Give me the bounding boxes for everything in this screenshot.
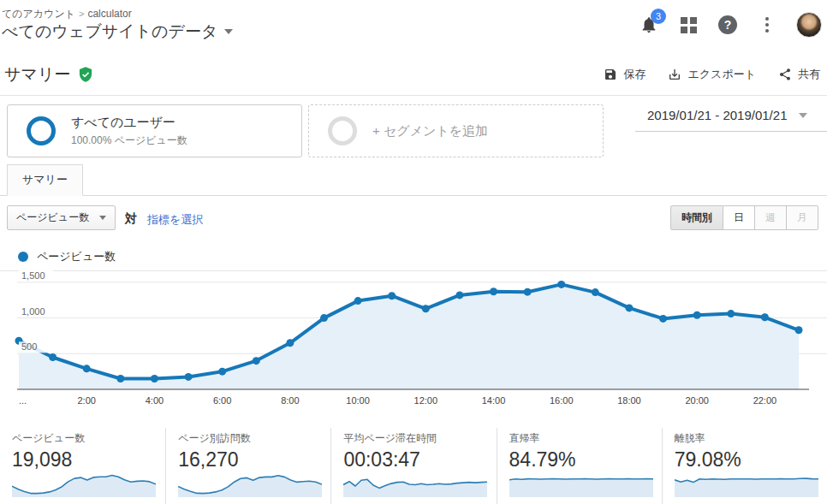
breadcrumb-account[interactable]: てのアカウント (2, 8, 75, 20)
segments-section: すべてのユーザー 100.00% ページビュー数 + セグメントを追加 2019… (0, 96, 827, 168)
svg-text:...: ... (19, 395, 27, 406)
segment-title: すべてのユーザー (71, 115, 187, 131)
sparkline-chart (675, 473, 818, 499)
svg-text:20:00: 20:00 (685, 395, 709, 406)
metric-card-bounce-rate[interactable]: 直帰率 84.79% (497, 428, 662, 504)
sparkline-chart (12, 473, 156, 499)
chevron-down-icon (799, 113, 807, 118)
metric-title: ページ別訪問数 (178, 431, 330, 446)
svg-text:8:00: 8:00 (281, 395, 299, 406)
metric-title: 離脱率 (675, 431, 827, 446)
tab-summary[interactable]: サマリー (7, 164, 83, 196)
metric-card-unique-pageviews[interactable]: ページ別訪問数 16,270 (165, 428, 330, 504)
metric-value: 00:03:47 (343, 448, 496, 471)
svg-text:2:00: 2:00 (78, 395, 96, 406)
metric-card-exit-rate[interactable]: 離脱率 79.08% (662, 428, 827, 504)
granularity-month-button[interactable]: 月 (787, 205, 818, 230)
property-selector[interactable]: べてのウェブサイトのデータ (2, 21, 233, 43)
more-menu-button[interactable] (757, 15, 777, 35)
metric-value: 19,098 (12, 448, 165, 471)
breadcrumb-property[interactable]: calculator (87, 8, 131, 20)
granularity-hourly-button[interactable]: 時間別 (670, 205, 723, 230)
svg-text:1,500: 1,500 (21, 270, 45, 281)
top-header: てのアカウント>calculator べてのウェブサイトのデータ 3 ? (0, 0, 827, 49)
avatar[interactable] (796, 12, 822, 38)
svg-text:500: 500 (21, 341, 37, 352)
series-dot-icon (18, 252, 28, 262)
segment-ring-icon (27, 116, 56, 145)
svg-text:6:00: 6:00 (213, 395, 231, 406)
save-icon (604, 68, 617, 81)
vs-label: 対 (125, 211, 137, 227)
breadcrumb-separator: > (79, 9, 84, 19)
save-label: 保存 (623, 67, 646, 82)
metric-title: 平均ページ滞在時間 (343, 431, 496, 446)
svg-text:14:00: 14:00 (482, 395, 506, 406)
export-button[interactable]: エクスポート (668, 67, 756, 82)
metric-card-pageviews[interactable]: ページビュー数 19,098 (0, 428, 165, 504)
help-button[interactable]: ? (717, 15, 738, 35)
date-range-value: 2019/01/21 - 2019/01/21 (647, 108, 787, 122)
chevron-down-icon (99, 216, 106, 220)
chart-controls: ページビュー数 対 指標を選択 時間別 日 週 月 (0, 196, 827, 239)
share-button[interactable]: 共有 (778, 67, 820, 82)
chevron-down-icon (224, 29, 233, 34)
more-vertical-icon (765, 17, 769, 33)
svg-text:4:00: 4:00 (146, 395, 164, 406)
download-icon (668, 68, 681, 81)
svg-text:1,000: 1,000 (21, 306, 45, 317)
svg-text:18:00: 18:00 (617, 395, 641, 406)
property-title: べてのウェブサイトのデータ (2, 21, 217, 43)
metric-value: 79.08% (675, 448, 827, 471)
legend-series-label: ページビュー数 (37, 249, 116, 264)
sparkline-chart (178, 473, 322, 499)
sparkline-chart (509, 473, 653, 499)
share-label: 共有 (798, 67, 820, 82)
apps-grid-button[interactable] (678, 15, 699, 35)
svg-text:10:00: 10:00 (346, 395, 370, 406)
select-metric-link[interactable]: 指標を選択 (147, 212, 203, 228)
svg-text:12:00: 12:00 (414, 395, 438, 406)
pageviews-line-chart[interactable]: 5001,0001,500...2:004:006:008:0010:0012:… (0, 267, 827, 421)
metric-title: ページビュー数 (12, 431, 165, 446)
add-segment-button[interactable]: + セグメントを追加 (308, 104, 604, 157)
segment-all-users[interactable]: すべてのユーザー 100.00% ページビュー数 (7, 104, 302, 157)
svg-text:22:00: 22:00 (753, 395, 777, 406)
metric-cards-row: ページビュー数 19,098 ページ別訪問数 16,270 平均ページ滞在時間 … (0, 428, 827, 504)
metric-value: 84.79% (509, 448, 662, 471)
sparkline-chart (343, 473, 487, 499)
granularity-week-button[interactable]: 週 (755, 205, 787, 230)
segment-ring-gray-icon (328, 116, 357, 145)
metric-selector-dropdown[interactable]: ページビュー数 (7, 205, 116, 230)
report-title: サマリー (4, 63, 70, 86)
notification-badge: 3 (651, 9, 666, 24)
metric-value: 16,270 (178, 448, 330, 471)
breadcrumb: てのアカウント>calculator (2, 7, 132, 21)
add-segment-label: + セグメントを追加 (372, 123, 488, 139)
share-icon (778, 68, 792, 81)
segment-subtitle: 100.00% ページビュー数 (71, 133, 187, 148)
apps-grid-icon (681, 17, 697, 33)
svg-text:16:00: 16:00 (550, 395, 574, 406)
export-label: エクスポート (687, 67, 756, 82)
tab-bar: サマリー (0, 168, 827, 196)
report-action-bar: サマリー 保存 エクスポート 共有 (0, 53, 827, 96)
granularity-button-group: 時間別 日 週 月 (670, 205, 818, 230)
metric-title: 直帰率 (509, 431, 662, 446)
date-range-picker[interactable]: 2019/01/21 - 2019/01/21 (635, 103, 827, 132)
metric-selector-value: ページビュー数 (16, 210, 89, 225)
save-button[interactable]: 保存 (604, 67, 646, 82)
notifications-button[interactable]: 3 (639, 15, 659, 35)
report-title-row: サマリー (4, 63, 94, 86)
shield-check-icon (77, 66, 94, 83)
granularity-day-button[interactable]: 日 (723, 205, 755, 230)
metric-card-avg-time-on-page[interactable]: 平均ページ滞在時間 00:03:47 (330, 428, 496, 504)
help-icon: ? (718, 15, 737, 34)
